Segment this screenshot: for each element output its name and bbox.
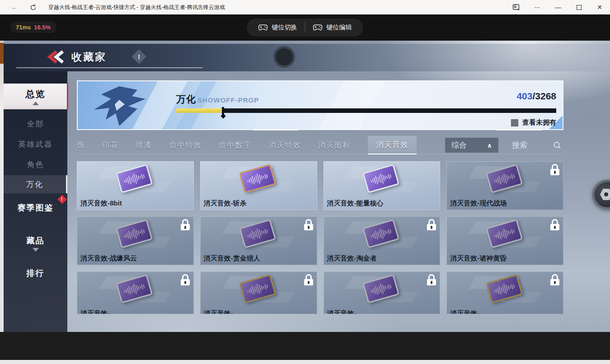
lock-icon — [550, 274, 559, 285]
maximize-icon — [577, 5, 582, 10]
tab-spray[interactable]: 喷漆 — [136, 140, 152, 150]
item-card[interactable]: 消灭音效-8bit — [77, 161, 194, 210]
alert-icon[interactable]: ! — [131, 49, 146, 64]
category-label: 万化 — [176, 93, 196, 106]
progress-bar — [176, 108, 556, 113]
item-name: 消灭音效-现代战场 — [450, 199, 507, 208]
item-card[interactable]: 消灭音效-诸神黄昏 — [446, 216, 563, 265]
item-name: 消灭音效-淘金者 — [327, 254, 377, 263]
sidebar-item-label: 英雄武器 — [19, 139, 53, 149]
tab-hit-number[interactable]: 命中数字 — [219, 140, 251, 150]
key-edit-button[interactable]: 键位编辑 — [305, 23, 360, 32]
tab-stamp[interactable]: 印花 — [102, 140, 118, 150]
sidebar-item-ranking[interactable]: 排行 — [4, 266, 67, 281]
gamepad-icon — [258, 24, 268, 31]
desktop-edge-sliver — [0, 41, 4, 360]
tab-hit-effect[interactable]: 命中特效 — [169, 140, 202, 150]
sidebar-item-label: 排行 — [27, 268, 45, 279]
category-tab-bar: 饰 印花 喷漆 命中特效 命中数字 消灭特效 消灭图标 消灭音效 综合 ∧ 搜索 — [77, 136, 563, 154]
item-name: 消灭音效-赏金猎人 — [204, 254, 260, 263]
category-label-en: SHOWOFF-PROP — [197, 96, 259, 104]
item-name: 消灭音效-… — [327, 309, 363, 314]
tab-kill-icon[interactable]: 消灭图标 — [318, 140, 351, 150]
sidebar-item-label: 藏品 — [27, 235, 45, 246]
close-button[interactable]: ✕ — [589, 0, 610, 14]
cloud-gaming-float-button[interactable] — [592, 180, 610, 210]
lock-icon — [181, 219, 190, 230]
cf-logo — [90, 84, 149, 130]
item-name: 消灭音效-诸神黄昏 — [450, 254, 507, 263]
item-name: 消灭音效-斩杀 — [204, 199, 247, 208]
item-card[interactable]: 消灭音效-战壕风云 — [77, 216, 194, 265]
browser-more-icon[interactable]: ⋯ — [527, 0, 548, 14]
scroll-hint-line — [253, 129, 298, 131]
tab-kill-effect[interactable]: 消灭特效 — [268, 140, 301, 150]
sidebar-item-label: 万化 — [26, 179, 43, 190]
game-viewport: 收藏家 ! 总览 全部 英雄武器 角色 万化 赛季图鉴 ! 藏品 — [4, 41, 610, 332]
tab-kill-sound-selected[interactable]: 消灭音效 — [368, 136, 417, 154]
sort-dropdown[interactable]: 综合 ∧ — [445, 138, 498, 153]
item-card[interactable]: 消灭音效-赏金猎人 — [200, 216, 317, 265]
minimize-button[interactable]: — — [548, 0, 568, 14]
maximize-button[interactable] — [568, 0, 589, 14]
latency-indicator: 71ms 16.5% — [10, 21, 56, 33]
show-unowned-toggle[interactable]: 查看未拥有 — [511, 118, 556, 127]
lock-icon — [550, 219, 559, 230]
search-input[interactable]: 搜索 — [512, 140, 563, 150]
banner-stripe — [315, 80, 387, 130]
lock-icon — [304, 274, 313, 285]
item-card[interactable]: 消灭音效-… — [77, 271, 194, 314]
letterbox-bottom — [0, 332, 610, 360]
item-name: 消灭音效-… — [204, 309, 240, 314]
checkbox-icon — [511, 119, 518, 126]
sidebar-item-label: 角色 — [27, 159, 44, 170]
lock-icon — [304, 219, 313, 230]
sidebar-item-characters[interactable]: 角色 — [4, 157, 67, 172]
refresh-icon[interactable] — [30, 4, 37, 11]
page-title: 收藏家 — [71, 50, 107, 64]
item-card[interactable]: 消灭音效-能量核心 — [324, 161, 441, 210]
item-card[interactable]: 消灭音效-… — [324, 271, 441, 314]
key-switch-button[interactable]: 键位切换 — [251, 23, 305, 32]
chevron-down-icon — [33, 248, 39, 252]
item-name: 消灭音效-… — [80, 309, 117, 314]
lock-icon — [427, 274, 436, 285]
collection-progress-banner: 万化 SHOWOFF-PROP 403/3268 查看未拥有 — [77, 80, 563, 130]
game-stream: 71ms 16.5% 键位切换 键位编辑 收藏家 ! 总览 — [0, 14, 610, 364]
key-mapping-toolbar: 键位切换 键位编辑 — [247, 19, 363, 37]
sidebar-item-label: 赛季图鉴 — [18, 202, 54, 213]
sidebar: 总览 全部 英雄武器 角色 万化 赛季图鉴 ! 藏品 排行 — [4, 71, 67, 332]
sort-label: 综合 — [451, 140, 467, 150]
lock-icon — [427, 219, 436, 230]
scroll-hint-line — [496, 129, 541, 131]
sidebar-item-label: 全部 — [27, 119, 44, 129]
key-switch-label: 键位切换 — [272, 23, 297, 32]
collection-count: 403/3268 — [516, 91, 556, 102]
sidebar-item-all[interactable]: 全部 — [4, 116, 67, 131]
browser-tab-title: 穿越火线-枪战王者-云游戏-快捷方式 - 穿越火线-枪战王者-腾讯先锋云游戏 — [48, 4, 225, 11]
back-button[interactable] — [45, 50, 66, 65]
notification-badge: ! — [57, 195, 67, 204]
lock-icon — [550, 164, 559, 175]
sidebar-item-overview[interactable]: 总览 — [4, 84, 67, 109]
sidebar-item-showoff-selected[interactable]: 万化 — [4, 175, 67, 193]
sidebar-item-hero-weapons[interactable]: 英雄武器 — [4, 136, 67, 152]
sidebar-item-season-catalog[interactable]: 赛季图鉴 ! — [4, 200, 67, 216]
sidebar-search-icon[interactable] — [506, 0, 527, 14]
item-card[interactable]: 消灭音效-淘金者 — [324, 216, 441, 265]
progress-fill — [176, 108, 223, 113]
show-unowned-label: 查看未拥有 — [522, 118, 556, 127]
owned-count: 403 — [516, 91, 532, 101]
item-card[interactable]: 消灭音效-… — [200, 271, 317, 314]
gamepad-icon — [313, 24, 323, 31]
item-grid: 消灭音效-8bit 消灭音效-斩杀 消灭音效-能量核心 消灭音效-现代战场 — [77, 161, 563, 314]
header-underline — [16, 67, 202, 68]
item-name: 消灭音效-战壕风云 — [80, 254, 137, 263]
item-name: 消灭音效-8bit — [80, 199, 122, 208]
sidebar-item-collections[interactable]: 藏品 — [4, 232, 67, 255]
item-card[interactable]: 消灭音效-斩杀 — [200, 161, 317, 210]
tab-ornament[interactable]: 饰 — [77, 140, 85, 150]
browser-back-icon[interactable]: ← — [9, 3, 20, 12]
item-card[interactable]: 消灭音效-现代战场 — [446, 161, 563, 210]
item-card[interactable]: 消灭音效-… — [446, 271, 563, 314]
